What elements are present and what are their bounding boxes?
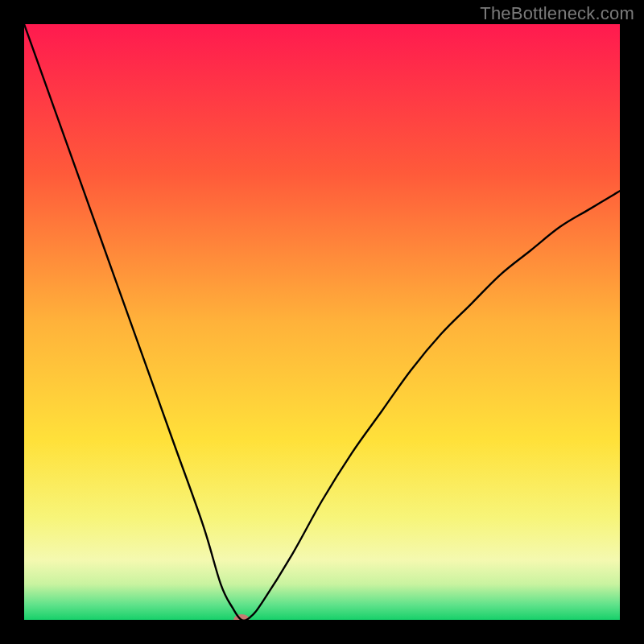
chart-frame: TheBottleneck.com (0, 0, 644, 644)
gradient-background (24, 24, 620, 620)
plot-area (24, 24, 620, 620)
watermark-text: TheBottleneck.com (480, 3, 634, 24)
bottleneck-chart (24, 24, 620, 620)
